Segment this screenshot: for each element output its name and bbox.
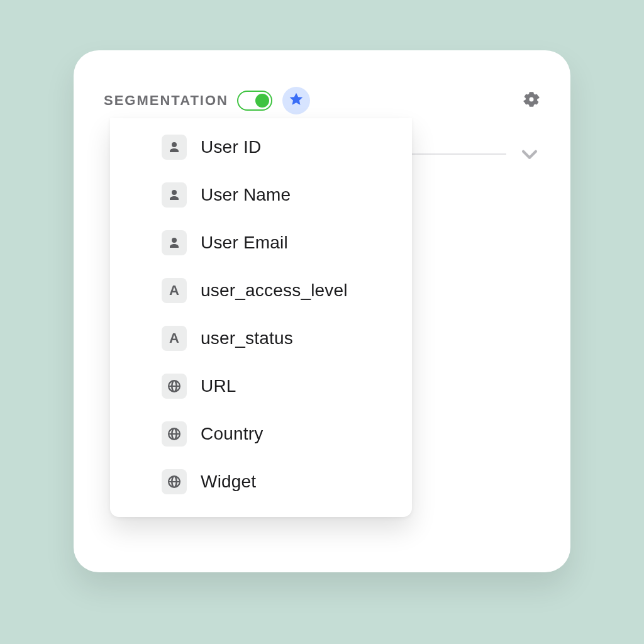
segment-field-dropdown: User ID User Name User Email A user_acce… <box>110 118 412 517</box>
dropdown-item-country[interactable]: Country <box>110 410 412 458</box>
gear-icon <box>523 91 540 111</box>
dropdown-item-label: user_access_level <box>201 280 348 301</box>
segmentation-panel: SEGMENTATION User ID <box>74 50 570 572</box>
dropdown-item-label: User ID <box>201 137 261 157</box>
globe-icon <box>162 421 187 447</box>
segmentation-title: SEGMENTATION <box>104 92 228 109</box>
dropdown-item-user-access-level[interactable]: A user_access_level <box>110 267 412 314</box>
text-type-icon: A <box>162 278 187 303</box>
person-icon <box>162 230 187 255</box>
globe-icon <box>162 469 187 494</box>
text-type-icon: A <box>162 326 187 351</box>
dropdown-item-label: URL <box>201 376 236 396</box>
dropdown-item-user-name[interactable]: User Name <box>110 171 412 219</box>
panel-header: SEGMENTATION <box>74 50 570 127</box>
dropdown-item-widget[interactable]: Widget <box>110 458 412 506</box>
dropdown-item-label: Widget <box>201 472 256 492</box>
person-icon <box>162 182 187 208</box>
settings-button[interactable] <box>523 91 540 111</box>
segmentation-toggle[interactable] <box>237 91 272 111</box>
dropdown-item-label: Country <box>201 424 263 444</box>
globe-icon <box>162 374 187 399</box>
dropdown-item-user-id[interactable]: User ID <box>110 118 412 171</box>
person-icon <box>162 135 187 160</box>
dropdown-item-url[interactable]: URL <box>110 362 412 410</box>
dropdown-item-user-email[interactable]: User Email <box>110 219 412 267</box>
chevron-down-icon <box>519 143 540 165</box>
dropdown-item-label: User Email <box>201 233 288 253</box>
dropdown-item-label: user_status <box>201 328 293 348</box>
favorite-star-badge[interactable] <box>282 87 310 114</box>
star-icon <box>288 91 304 110</box>
dropdown-item-label: User Name <box>201 185 291 205</box>
dropdown-item-user-status[interactable]: A user_status <box>110 314 412 362</box>
